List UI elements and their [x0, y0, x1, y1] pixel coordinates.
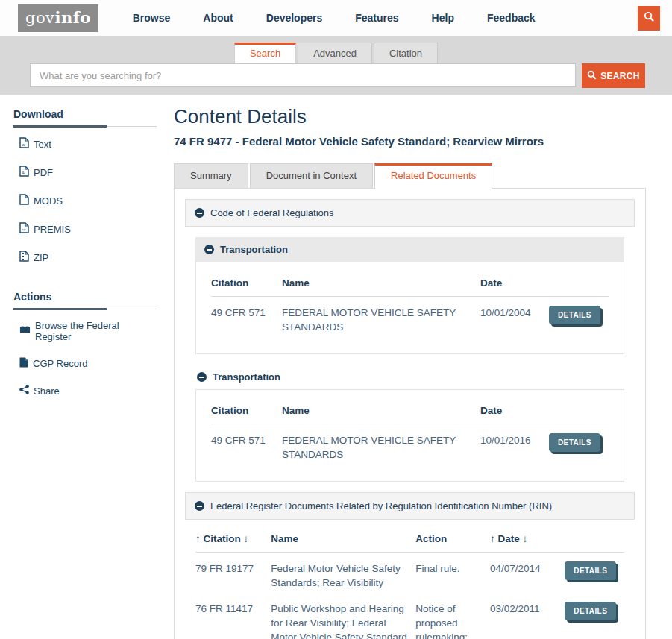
download-item-label: MODS: [34, 195, 63, 207]
nav-feedback[interactable]: Feedback: [487, 6, 536, 30]
logo-info: info: [54, 8, 90, 27]
download-pdf[interactable]: A PDF: [13, 158, 157, 186]
collapse-minus-icon: [195, 501, 204, 511]
search-row: SEARCH: [30, 63, 645, 88]
search-input[interactable]: [30, 63, 576, 87]
search-toggle-button[interactable]: [638, 6, 660, 31]
download-heading: Download: [13, 108, 157, 127]
svg-text:w: w: [21, 142, 25, 147]
tab-search[interactable]: Search: [234, 43, 296, 64]
nav-developers[interactable]: Developers: [266, 6, 322, 30]
column-label-citation: Citation: [204, 533, 241, 544]
download-text[interactable]: w Text: [13, 130, 157, 158]
main-content: Content Details 74 FR 9477 - Federal Mot…: [166, 95, 672, 639]
top-header: govinfo Browse About Developers Features…: [0, 0, 672, 36]
page-body: Download w Text A PDF MODS <> PREMIS ZIP: [0, 95, 672, 639]
cfr-section-title: Code of Federal Regulations: [210, 207, 334, 218]
sort-asc-icon[interactable]: ↑: [195, 533, 201, 544]
file-archive-icon: [19, 251, 29, 264]
column-header-citation: Citation: [211, 276, 282, 297]
tab-citation[interactable]: Citation: [374, 43, 438, 64]
details-button[interactable]: DETAILS: [549, 433, 600, 452]
document-tabs: Summary Document in Context Related Docu…: [174, 163, 646, 188]
tab-summary[interactable]: Summary: [174, 163, 248, 188]
related-documents-panel: Code of Federal Regulations Transportati…: [174, 188, 646, 639]
action-cgp-record[interactable]: CGP Record: [13, 350, 157, 377]
group-title: Transportation: [213, 371, 280, 383]
cfr-accordion-header[interactable]: Code of Federal Regulations: [185, 199, 635, 227]
column-header-name: Name: [282, 276, 480, 297]
action-share[interactable]: Share: [13, 377, 157, 404]
cell-name: Federal Motor Vehicle Safety Standards; …: [271, 553, 415, 594]
cell-date: 10/01/2004: [480, 297, 549, 338]
sidebar: Download w Text A PDF MODS <> PREMIS ZIP: [0, 95, 166, 639]
cell-citation: 79 FR 19177: [195, 553, 271, 594]
group-title: Transportation: [220, 244, 288, 255]
download-premis[interactable]: <> PREMIS: [13, 215, 157, 243]
action-browse-federal-register[interactable]: Browse the Federal Register: [13, 312, 157, 350]
download-item-label: PREMIS: [34, 224, 71, 235]
action-item-label: CGP Record: [33, 358, 87, 369]
file-pdf-icon: A: [19, 166, 29, 179]
cfr-group-transportation-2: Transportation Citation Name Date: [195, 365, 624, 482]
cell-citation: 49 CFR 571: [211, 297, 282, 338]
search-button-label: SEARCH: [600, 71, 639, 81]
tab-related-documents[interactable]: Related Documents: [374, 163, 492, 189]
top-nav: Browse About Developers Features Help Fe…: [116, 6, 552, 30]
svg-text:A: A: [22, 171, 25, 175]
page-title: Content Details: [174, 105, 646, 128]
nav-features[interactable]: Features: [355, 6, 398, 30]
details-button[interactable]: DETAILS: [565, 602, 616, 620]
rin-table: ↑ Citation ↓ Name Action ↑ Date ↓: [195, 532, 624, 639]
tab-advanced[interactable]: Advanced: [298, 43, 372, 64]
cfr-section-body: Transportation Citation Name Date: [185, 227, 635, 482]
cfr-table: Citation Name Date 49 CFR 571 FEDERAL MO…: [211, 276, 609, 337]
search-icon: [644, 11, 655, 25]
details-button[interactable]: DETAILS: [549, 306, 600, 324]
file-word-icon: w: [19, 137, 29, 151]
column-header-date: Date: [480, 276, 549, 297]
document-subtitle: 74 FR 9477 - Federal Motor Vehicle Safet…: [174, 135, 646, 148]
rin-accordion-header[interactable]: Federal Register Documents Related by Re…: [185, 492, 635, 520]
column-header-citation: ↑ Citation ↓: [195, 532, 271, 553]
logo-gov: gov: [25, 9, 54, 27]
actions-heading: Actions: [13, 291, 157, 309]
sort-desc-icon[interactable]: ↓: [244, 533, 249, 544]
search-button[interactable]: SEARCH: [582, 63, 645, 88]
cell-name: FEDERAL MOTOR VEHICLE SAFETY STANDARDS: [282, 424, 480, 465]
govinfo-logo[interactable]: govinfo: [18, 4, 98, 32]
nav-browse[interactable]: Browse: [133, 6, 171, 30]
download-item-label: ZIP: [34, 252, 48, 263]
collapse-minus-icon: [195, 208, 204, 218]
cell-citation: 76 FR 11417: [195, 593, 271, 639]
book-icon: [19, 325, 31, 337]
group-body: Citation Name Date 49 CFR 571 FEDERAL MO…: [195, 389, 624, 482]
action-item-label: Share: [34, 385, 60, 397]
table-row: 76 FR 11417 Public Workshop and Hearing …: [195, 593, 624, 639]
rin-table-wrap: ↑ Citation ↓ Name Action ↑ Date ↓: [185, 520, 635, 639]
download-item-label: Text: [34, 139, 51, 150]
tab-document-in-context[interactable]: Document in Context: [250, 163, 373, 188]
search-mode-tabs: Search Advanced Citation: [0, 36, 672, 64]
download-zip[interactable]: ZIP: [13, 243, 157, 271]
download-mods[interactable]: MODS: [13, 186, 157, 215]
details-button[interactable]: DETAILS: [565, 561, 616, 580]
column-header-date: ↑ Date ↓: [490, 532, 565, 553]
column-label-date: Date: [498, 533, 520, 544]
rin-section: Federal Register Documents Related by Re…: [185, 492, 635, 639]
search-icon: [587, 70, 597, 82]
table-row: 49 CFR 571 FEDERAL MOTOR VEHICLE SAFETY …: [211, 297, 609, 338]
transportation-group-header[interactable]: Transportation: [195, 365, 624, 389]
column-header-name: Name: [282, 403, 480, 424]
sort-desc-icon[interactable]: ↓: [523, 533, 528, 544]
download-section: Download w Text A PDF MODS <> PREMIS ZIP: [13, 108, 157, 271]
nav-help[interactable]: Help: [432, 6, 454, 30]
cell-name: FEDERAL MOTOR VEHICLE SAFETY STANDARDS: [282, 297, 480, 338]
cell-citation: 49 CFR 571: [211, 424, 282, 465]
action-item-label: Browse the Federal Register: [35, 320, 157, 342]
transportation-group-header[interactable]: Transportation: [195, 237, 624, 262]
sort-asc-icon[interactable]: ↑: [490, 533, 495, 544]
file-code-icon: <>: [19, 222, 29, 236]
nav-about[interactable]: About: [203, 6, 233, 30]
cfr-table: Citation Name Date 49 CFR 571 FEDERAL MO…: [211, 403, 609, 465]
